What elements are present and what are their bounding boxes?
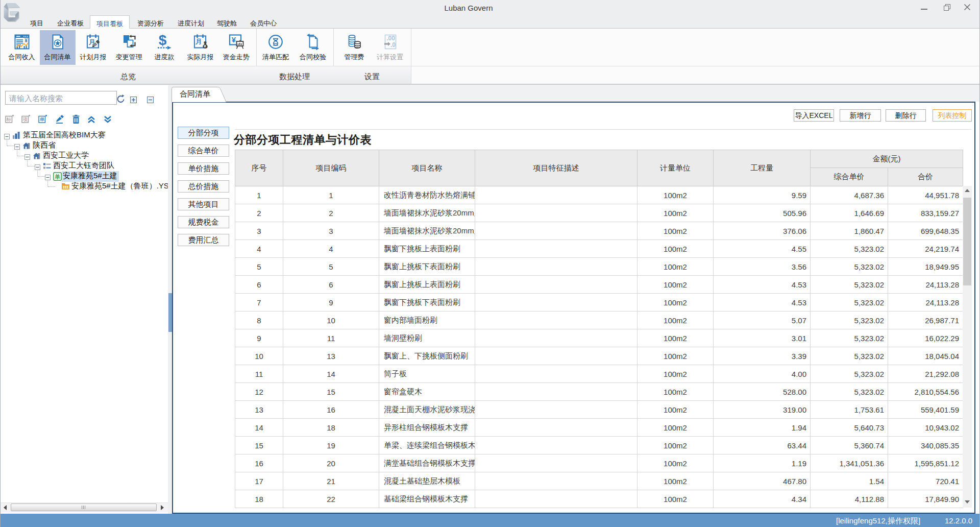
svg-text:.0: .0 bbox=[390, 41, 396, 49]
svg-text:.00: .00 bbox=[386, 35, 395, 42]
svg-text:标: 标 bbox=[6, 116, 11, 122]
svg-text:项: 项 bbox=[22, 116, 28, 122]
svg-text:¥: ¥ bbox=[204, 44, 206, 49]
svg-text:单: 单 bbox=[39, 116, 45, 122]
svg-text:¥: ¥ bbox=[231, 35, 236, 44]
svg-text:单: 单 bbox=[55, 174, 60, 180]
svg-text:¥: ¥ bbox=[24, 38, 28, 43]
svg-text:合同清单: 合同清单 bbox=[180, 89, 210, 98]
svg-text:$: $ bbox=[159, 33, 167, 48]
svg-text:月: 月 bbox=[195, 38, 202, 45]
